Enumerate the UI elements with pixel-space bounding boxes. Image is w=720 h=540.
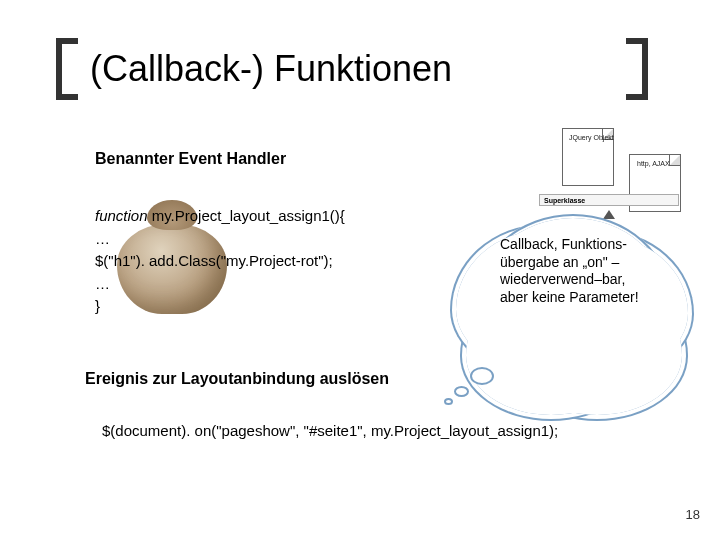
thought-bubble-text: Callback, Funktions-übergabe an „on" – w…	[500, 236, 650, 306]
code-line: function my.Project_layout_assign1(){	[95, 205, 345, 228]
code-line: …	[95, 273, 345, 296]
code-line: }	[95, 295, 345, 318]
bracket-right-icon	[626, 38, 648, 100]
section-heading-handler: Benannter Event Handler	[95, 150, 286, 168]
diagram-caption-ajax: http, AJAX	[637, 160, 670, 167]
bracket-left-icon	[56, 38, 78, 100]
diagram-caption-jquery: JQuery Objekt	[569, 134, 614, 141]
bubble-dot-icon	[444, 398, 453, 405]
keyword-function: function	[95, 207, 148, 224]
bubble-dot-icon	[470, 367, 494, 385]
thought-bubble: Callback, Funktions-übergabe an „on" – w…	[478, 218, 668, 373]
page-number: 18	[686, 507, 700, 522]
code-line: …	[95, 228, 345, 251]
diagram-superclass-bar: Superklasse	[539, 194, 679, 206]
code-block-function: function my.Project_layout_assign1(){ … …	[95, 205, 345, 318]
slide-title: (Callback-) Funktionen	[90, 48, 452, 90]
code-line: $("h1"). add.Class("my.Project-rot");	[95, 250, 345, 273]
bubble-dot-icon	[454, 386, 469, 397]
section-heading-event: Ereignis zur Layoutanbindung auslösen	[85, 370, 389, 388]
title-row: (Callback-) Funktionen	[56, 38, 452, 100]
code-block-on: $(document). on("pageshow", "#seite1", m…	[102, 422, 558, 439]
